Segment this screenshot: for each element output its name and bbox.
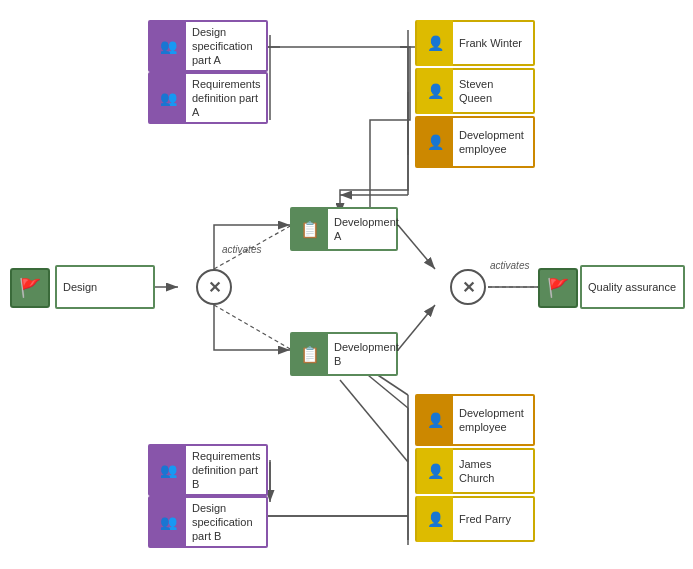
xor-gateway-2: ✕ bbox=[450, 269, 486, 305]
clipboard-icon-a: 📋 bbox=[300, 220, 320, 239]
development-b-node: 📋 Development B bbox=[290, 332, 398, 376]
design-start-event: 🚩 bbox=[10, 268, 50, 308]
person-icon-steven: 👤 bbox=[427, 83, 444, 99]
role-icon-req-b: 👥 bbox=[160, 462, 177, 478]
xor-gateway-1: ✕ bbox=[196, 269, 232, 305]
requirements-b-label: Requirements definition part B bbox=[186, 445, 266, 496]
svg-line-4 bbox=[214, 305, 292, 350]
quality-assurance-label: Quality assurance bbox=[582, 276, 682, 298]
fred-parry-label: Fred Parry bbox=[453, 508, 517, 530]
development-a-node: 📋 Development A bbox=[290, 207, 398, 251]
role-icon-spec-b: 👥 bbox=[160, 514, 177, 530]
dev-employee-bottom-node: 👤 Development employee bbox=[415, 394, 535, 446]
svg-line-18 bbox=[340, 380, 408, 462]
clipboard-icon-b: 📋 bbox=[300, 345, 320, 364]
design-spec-b-node: 👥 Design specification part B bbox=[148, 496, 268, 548]
design-spec-b-label: Design specification part B bbox=[186, 497, 266, 548]
person-icon-frank: 👤 bbox=[427, 35, 444, 51]
fred-parry-node: 👤 Fred Parry bbox=[415, 496, 535, 542]
quality-assurance-node: Quality assurance bbox=[580, 265, 685, 309]
design-spec-a-node: 👥 Design specification part A bbox=[148, 20, 268, 72]
person-icon-dev-bottom: 👤 bbox=[427, 412, 444, 428]
development-b-label: Development B bbox=[328, 336, 405, 373]
frank-winter-label: Frank Winter bbox=[453, 32, 528, 54]
role-icon-spec-a: 👥 bbox=[160, 38, 177, 54]
person-icon-dev-top: 👤 bbox=[427, 134, 444, 150]
person-icon-james: 👤 bbox=[427, 463, 444, 479]
process-diagram: 🚩 Design ✕ activates 📋 Development A 📋 D… bbox=[0, 0, 693, 569]
dev-employee-bottom-label: Development employee bbox=[453, 402, 533, 439]
requirements-b-node: 👥 Requirements definition part B bbox=[148, 444, 268, 496]
person-icon-fred: 👤 bbox=[427, 511, 444, 527]
xor-icon: ✕ bbox=[208, 278, 221, 297]
dev-employee-top-label: Development employee bbox=[453, 124, 533, 161]
requirements-a-label: Requirements definition part A bbox=[186, 73, 266, 124]
requirements-a-node: 👥 Requirements definition part A bbox=[148, 72, 268, 124]
activates-label-left: activates bbox=[222, 244, 261, 255]
quality-assurance-start: 🚩 bbox=[538, 268, 578, 308]
steven-queen-node: 👤 Steven Queen bbox=[415, 68, 535, 114]
james-church-label: James Church bbox=[453, 453, 533, 490]
qa-flag-icon: 🚩 bbox=[547, 277, 569, 299]
frank-winter-node: 👤 Frank Winter bbox=[415, 20, 535, 66]
james-church-node: 👤 James Church bbox=[415, 448, 535, 494]
role-icon-req-a: 👥 bbox=[160, 90, 177, 106]
xor-icon-2: ✕ bbox=[462, 278, 475, 297]
design-spec-a-label: Design specification part A bbox=[186, 21, 266, 72]
flag-icon: 🚩 bbox=[19, 277, 41, 299]
development-a-label: Development A bbox=[328, 211, 405, 248]
steven-queen-label: Steven Queen bbox=[453, 73, 533, 110]
dev-employee-top-node: 👤 Development employee bbox=[415, 116, 535, 168]
activates-label-right: activates bbox=[490, 260, 529, 271]
design-label: Design bbox=[57, 276, 103, 298]
design-node: Design bbox=[55, 265, 155, 309]
